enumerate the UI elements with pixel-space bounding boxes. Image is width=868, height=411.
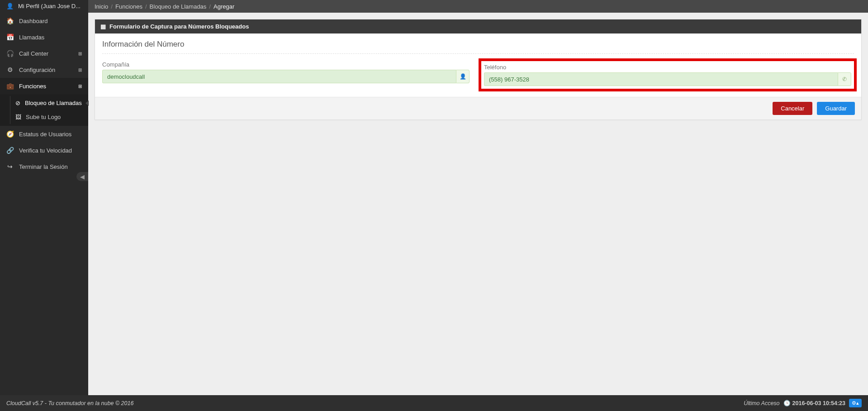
user-icon: 👤 bbox=[460, 73, 466, 80]
company-input[interactable] bbox=[102, 70, 456, 83]
expand-icon: ⊞ bbox=[78, 84, 82, 89]
footer-settings-badge[interactable]: ⚙▴ bbox=[849, 399, 862, 407]
expand-icon: ⊞ bbox=[78, 51, 82, 56]
sidebar-item-callcenter[interactable]: 🎧 Call Center ⊞ bbox=[0, 45, 88, 62]
sidebar-item-dashboard[interactable]: 🏠 Dashboard bbox=[0, 13, 88, 29]
breadcrumb: Inicio / Funciones / Bloqueo de Llamadas… bbox=[88, 0, 868, 13]
form-group-phone: Teléfono ✆ bbox=[479, 58, 857, 91]
phone-addon: ✆ bbox=[838, 72, 851, 86]
gear-icon: ⚙ bbox=[6, 66, 14, 73]
grid-icon: ▦ bbox=[100, 23, 106, 30]
company-label: Compañía bbox=[102, 61, 470, 68]
gear-up-icon: ⚙▴ bbox=[852, 400, 859, 406]
company-addon: 👤 bbox=[456, 70, 470, 83]
sidebar-subitem-bloqueo[interactable]: ⊘ Bloqueo de Llamadas bbox=[0, 96, 88, 110]
sidebar-item-estatus[interactable]: 🧭 Estatus de Usuarios bbox=[0, 126, 88, 142]
sidebar-item-label: Estatus de Usuarios bbox=[19, 131, 71, 138]
sidebar-submenu-funciones: ⊘ Bloqueo de Llamadas 🖼 Sube tu Logo bbox=[0, 94, 88, 126]
sidebar-item-label: Call Center bbox=[19, 50, 48, 57]
sidebar-item-label: Llamadas bbox=[19, 34, 44, 41]
briefcase-icon: 💼 bbox=[6, 82, 14, 90]
sidebar-subitem-label: Bloqueo de Llamadas bbox=[25, 100, 82, 106]
form-panel: ▦ Formulario de Captura para Números Blo… bbox=[95, 19, 862, 120]
home-icon: 🏠 bbox=[6, 17, 14, 24]
sidebar-item-funciones[interactable]: 💼 Funciones ⊞ bbox=[0, 78, 88, 94]
profile-label: Mi Perfil (Juan Jose D... bbox=[18, 3, 81, 10]
phone-icon: ✆ bbox=[842, 76, 847, 82]
sidebar-item-label: Terminar la Sesión bbox=[19, 163, 68, 170]
sidebar-item-llamadas[interactable]: 📅 Llamadas bbox=[0, 29, 88, 45]
form-group-company: Compañía 👤 bbox=[102, 61, 470, 89]
panel-header: ▦ Formulario de Captura para Números Blo… bbox=[95, 19, 861, 33]
image-icon: 🖼 bbox=[15, 114, 21, 120]
phone-label: Teléfono bbox=[484, 64, 851, 71]
sidebar-item-label: Funciones bbox=[19, 83, 46, 90]
sidebar-subitem-logo[interactable]: 🖼 Sube tu Logo bbox=[0, 110, 88, 124]
sidebar-item-label: Configuración bbox=[19, 67, 55, 73]
sidebar: 👤 Mi Perfil (Juan Jose D... 🏠 Dashboard … bbox=[0, 0, 88, 395]
share-icon: 🔗 bbox=[6, 147, 14, 154]
sidebar-item-label: Verifica tu Velocidad bbox=[19, 147, 72, 154]
sidebar-item-velocidad[interactable]: 🔗 Verifica tu Velocidad bbox=[0, 142, 88, 158]
breadcrumb-link-inicio[interactable]: Inicio bbox=[95, 3, 108, 10]
cancel-button[interactable]: Cancelar bbox=[773, 102, 812, 115]
panel-footer: Cancelar Guardar bbox=[95, 97, 861, 119]
dashboard-icon: 🧭 bbox=[6, 130, 14, 138]
breadcrumb-separator: / bbox=[209, 3, 211, 10]
breadcrumb-current: Agregar bbox=[213, 3, 234, 10]
content-area: Inicio / Funciones / Bloqueo de Llamadas… bbox=[88, 0, 868, 395]
save-button[interactable]: Guardar bbox=[817, 102, 855, 115]
footer: CloudCall v5.7 - Tu conmutador en la nub… bbox=[0, 395, 868, 411]
sidebar-subitem-label: Sube tu Logo bbox=[26, 114, 61, 120]
sidebar-item-label: Dashboard bbox=[19, 18, 48, 24]
phone-input[interactable] bbox=[484, 72, 838, 86]
breadcrumb-link-funciones[interactable]: Funciones bbox=[115, 3, 142, 10]
clock-icon: 🕒 bbox=[783, 400, 791, 406]
expand-icon: ⊞ bbox=[78, 67, 82, 72]
block-icon: ⊘ bbox=[15, 100, 20, 106]
footer-last-access-label: Último Acceso bbox=[744, 400, 779, 406]
profile-link[interactable]: 👤 Mi Perfil (Juan Jose D... bbox=[0, 0, 88, 13]
breadcrumb-link-bloqueo[interactable]: Bloqueo de Llamadas bbox=[150, 3, 207, 10]
profile-icon: 👤 bbox=[6, 3, 14, 10]
footer-left-text: CloudCall v5.7 - Tu conmutador en la nub… bbox=[6, 400, 133, 406]
headset-icon: 🎧 bbox=[6, 50, 14, 57]
breadcrumb-separator: / bbox=[145, 3, 147, 10]
breadcrumb-separator: / bbox=[111, 3, 113, 10]
logout-icon: ↪ bbox=[6, 163, 14, 170]
footer-last-access-value: 2016-06-03 10:54:23 bbox=[792, 400, 845, 406]
calendar-icon: 📅 bbox=[6, 33, 14, 41]
sidebar-item-logout[interactable]: ↪ Terminar la Sesión bbox=[0, 158, 88, 175]
panel-title: Formulario de Captura para Números Bloqu… bbox=[109, 23, 249, 30]
sidebar-item-configuracion[interactable]: ⚙ Configuración ⊞ bbox=[0, 62, 88, 78]
section-title: Información del Número bbox=[102, 40, 854, 54]
